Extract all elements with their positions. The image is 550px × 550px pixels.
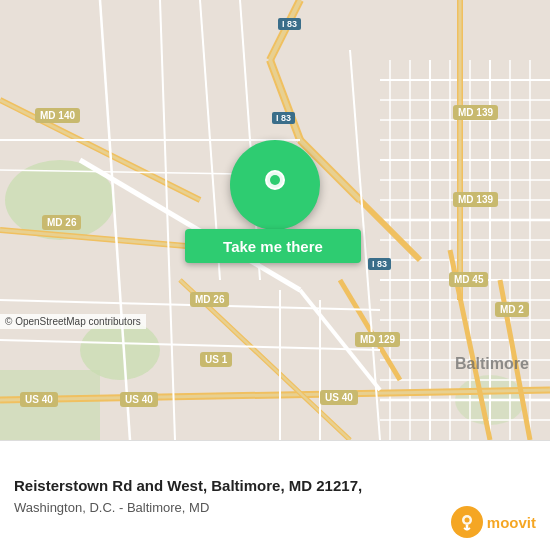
moovit-icon [451, 506, 483, 538]
road-label-md139-top: MD 139 [453, 105, 498, 120]
moovit-logo: moovit [451, 506, 536, 538]
info-bar: Reisterstown Rd and West, Baltimore, MD … [0, 440, 550, 550]
road-label-us40-right: US 40 [320, 390, 358, 405]
road-label-md26-left: MD 26 [42, 215, 81, 230]
location-name: Reisterstown Rd and West, Baltimore, MD … [14, 476, 536, 496]
road-label-md139-mid: MD 139 [453, 192, 498, 207]
highway-label-i83-top: I 83 [278, 18, 301, 30]
road-label-md45: MD 45 [449, 272, 488, 287]
road-label-us40-left: US 40 [20, 392, 58, 407]
road-label-md140: MD 140 [35, 108, 80, 123]
highway-label-i83-bot: I 83 [368, 258, 391, 270]
road-label-us40-center: US 40 [120, 392, 158, 407]
road-label-md2: MD 2 [495, 302, 529, 317]
take-me-there-button[interactable]: Take me there [185, 229, 361, 263]
map-attribution: © OpenStreetMap contributors [0, 314, 146, 329]
city-label-baltimore: Baltimore [455, 355, 529, 373]
svg-point-68 [464, 518, 469, 523]
road-label-us1: US 1 [200, 352, 232, 367]
pin-bubble [230, 140, 320, 230]
map-container: MD 140 MD 26 MD 26 MD 139 MD 139 MD 45 M… [0, 0, 550, 440]
svg-point-65 [270, 175, 280, 185]
road-label-md129: MD 129 [355, 332, 400, 347]
road-label-md26-center: MD 26 [190, 292, 229, 307]
moovit-text: moovit [487, 514, 536, 531]
highway-label-i83-mid: I 83 [272, 112, 295, 124]
